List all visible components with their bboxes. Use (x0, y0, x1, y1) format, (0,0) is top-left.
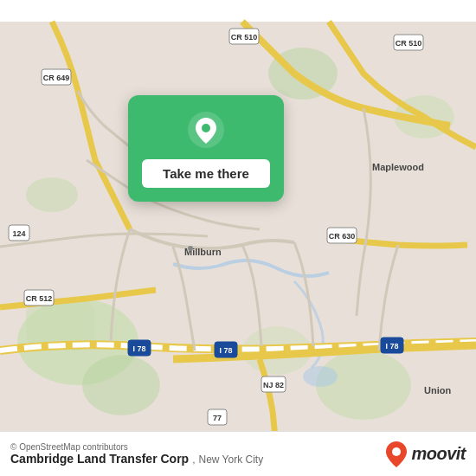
bottom-left-info: © OpenStreetMap contributors Cambridge L… (10, 442, 263, 466)
svg-point-38 (392, 447, 401, 456)
svg-text:CR 649: CR 649 (43, 74, 70, 82)
svg-text:NJ 82: NJ 82 (263, 381, 284, 389)
svg-text:124: 124 (12, 229, 25, 238)
place-separator: , (192, 453, 195, 466)
popup-card: Take me there (128, 95, 284, 202)
place-location: New York City (199, 453, 264, 466)
svg-text:77: 77 (213, 414, 222, 422)
svg-text:Maplewood: Maplewood (372, 162, 424, 172)
svg-point-37 (202, 124, 210, 132)
svg-point-35 (188, 246, 193, 251)
svg-text:I 78: I 78 (385, 342, 398, 351)
map-container: CR 510 CR 510 CR 649 124 CR 512 CR 630 I… (0, 0, 476, 476)
moovit-text: moovit (411, 444, 466, 464)
svg-point-5 (26, 177, 78, 212)
svg-text:CR 630: CR 630 (329, 232, 356, 241)
bottom-bar: © OpenStreetMap contributors Cambridge L… (0, 431, 476, 476)
moovit-marker-icon (385, 441, 408, 468)
svg-point-2 (316, 351, 411, 420)
svg-point-9 (303, 366, 338, 387)
svg-point-7 (82, 355, 160, 415)
svg-text:I 78: I 78 (132, 344, 145, 353)
take-me-there-button[interactable]: Take me there (142, 159, 270, 188)
svg-text:Union: Union (424, 385, 451, 396)
location-pin-icon (187, 111, 225, 149)
svg-text:I 78: I 78 (219, 346, 232, 355)
svg-text:CR 512: CR 512 (26, 294, 53, 303)
place-name: Cambridge Land Transfer Corp (10, 452, 189, 466)
svg-text:CR 510: CR 510 (396, 39, 422, 48)
osm-credit: © OpenStreetMap contributors (10, 442, 263, 452)
moovit-logo: moovit (385, 441, 466, 468)
svg-text:CR 510: CR 510 (231, 33, 258, 42)
